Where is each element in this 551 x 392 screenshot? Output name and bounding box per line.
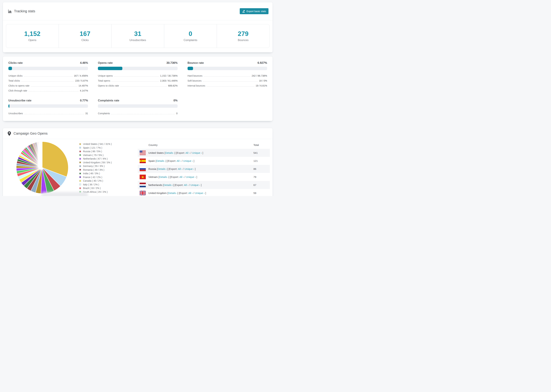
legend-item: Netherlands ( 67 / 4% ) [79,157,131,160]
legend-swatch [79,173,81,175]
legend-label: United States ( 541 / 31% ) [83,143,112,145]
rate-row: Total clicks220 / 5.87% [8,78,88,83]
page-title: Tracking stats [14,9,35,13]
legend-swatch [79,154,81,156]
clicks-rate-bar-fill [8,67,12,70]
export-all-link[interactable]: All › [185,151,190,154]
details-link[interactable]: Details › [164,183,173,186]
geo-table-row[interactable]: Netherlands [Details ›] [Export: All › /… [138,181,270,189]
geo-opens-header: Campaign Geo Opens [3,128,273,139]
flag-vn-icon [140,175,146,179]
scrollbar-smudge [41,192,88,196]
opens-rate-bar-fill [98,67,122,70]
export-unique-link[interactable]: Unique › [191,183,200,186]
details-link[interactable]: Details › [165,151,175,154]
flag-nl-icon [140,183,146,187]
legend-label: Canada ( 40 / 2% ) [83,179,103,182]
stat-strip: 1,152 Opens 167 Clicks 31 Unsubscribes 0… [6,24,269,48]
clicks-rate-value: 4.46% [80,61,88,64]
stat-opens-label: Opens [28,39,36,42]
export-all-link[interactable]: All › [184,183,188,186]
legend-swatch [79,165,81,167]
legend-label: Italy ( 36 / 2% ) [83,183,99,186]
details-link[interactable]: Details › [159,175,169,178]
country-name: United States [148,151,164,154]
export-unique-link[interactable]: Unique › [184,168,194,170]
export-all-link[interactable]: All › [179,175,184,178]
country-name: Russia [148,168,156,170]
export-basic-stats-button[interactable]: Export basic stats [240,8,268,14]
export-unique-link[interactable]: Unique › [192,151,202,154]
legend-item: India ( 46 / 3% ) [79,172,131,175]
stat-bounces-label: Bounces [238,39,248,42]
legend-label: Romania ( 49 / 3% ) [83,168,104,171]
export-unique-link[interactable]: Unique › [195,192,205,195]
opens-rate-title: Opens rate [98,61,113,64]
legend-swatch [79,161,81,163]
geo-pie-chart [15,141,69,194]
legend-item: Spain ( 121 / 7% ) [79,147,131,149]
details-link[interactable]: Details › [158,168,167,170]
export-unique-link[interactable]: Unique › [186,175,196,178]
country-cell: Vietnam [Details ›] [Export: All › / Uni… [148,175,197,178]
details-link[interactable]: Details › [168,192,177,195]
bounce-rate-value: 6.927% [258,61,267,64]
country-cell: United States [Details ›] [Export: All ›… [148,151,203,154]
rate-row: Unique clicks167 / 4.456% [8,73,88,78]
complaints-rate-title: Complaints rate [98,99,119,102]
total-cell: 86 [254,168,270,170]
geo-table-row[interactable]: Spain [Details ›] [Export: All › / Uniqu… [138,157,270,165]
export-button-label: Export basic stats [247,10,266,13]
opens-rate-bar [98,67,177,70]
unsubscribe-rate-bar-fill [8,104,9,108]
flag-es-icon [140,159,146,163]
legend-item: Russia ( 86 / 5% ) [79,150,131,153]
legend-item: Italy ( 36 / 2% ) [79,183,131,186]
stat-opens: 1,152 Opens [6,24,58,48]
unsubscribe-rate-block: Unsubscribe rate 0.77% Unsubscribes31 [8,99,88,116]
export-all-link[interactable]: All › [178,168,182,170]
export-unique-link[interactable]: Unique › [183,159,193,162]
stat-unsubscribes-label: Unsubscribes [129,39,146,42]
geo-table-row[interactable]: United Kingdom [Details ›] [Export: All … [138,189,270,196]
legend-label: Netherlands ( 67 / 4% ) [83,157,108,160]
geo-table-row[interactable]: Russia [Details ›] [Export: All › / Uniq… [138,165,270,173]
stat-bounces: 279 Bounces [217,24,269,48]
country-cell: United Kingdom [Details ›] [Export: All … [148,192,206,195]
stat-unsubscribes: 31 Unsubscribes [111,24,164,48]
dashboard-page: Tracking stats Export basic stats 1,152 … [0,0,276,196]
legend-swatch [79,151,81,152]
total-cell: 67 [254,183,270,186]
legend-label: United Kingdom ( 59 / 3% ) [83,161,112,164]
complaints-rate-bar [98,104,177,108]
geo-table-row[interactable]: Vietnam [Details ›] [Export: All › / Uni… [138,173,270,181]
legend-swatch [79,158,81,160]
export-all-link[interactable]: All › [177,159,181,162]
export-icon [242,10,245,13]
total-cell: 541 [254,151,270,154]
legend-swatch [79,143,81,145]
legend-label: Spain ( 121 / 7% ) [83,147,102,149]
total-column-header: Total [254,143,270,147]
flag-ru-icon [140,167,146,171]
legend-item: Vietnam ( 79 / 5% ) [79,154,131,156]
legend-label: Russia ( 86 / 5% ) [83,150,102,153]
unsubscribe-rate-title: Unsubscribe rate [8,99,31,102]
legend-label: Vietnam ( 79 / 5% ) [83,154,104,156]
rate-row: Soft bounces18 / 0% [188,78,267,83]
stat-clicks-label: Clicks [81,39,89,42]
legend-swatch [79,183,81,185]
details-link[interactable]: Details › [156,159,166,162]
legend-swatch [79,176,81,178]
legend-label: Brazil ( 33 / 2% ) [83,187,101,189]
tracking-stats-title: Tracking stats [8,9,35,13]
unsubscribe-rate-value: 0.77% [80,99,88,102]
geo-table-row[interactable]: United States [Details ›] [Export: All ›… [138,149,270,157]
geo-table-header: Country Total [138,141,270,149]
legend-item: Canada ( 40 / 2% ) [79,179,131,182]
total-cell: 79 [254,175,270,178]
opens-rate-value: 30.736% [167,61,178,64]
tracking-stats-header: Tracking stats Export basic stats [3,2,273,20]
flag-us-icon [140,151,146,155]
export-all-link[interactable]: All › [188,192,193,195]
